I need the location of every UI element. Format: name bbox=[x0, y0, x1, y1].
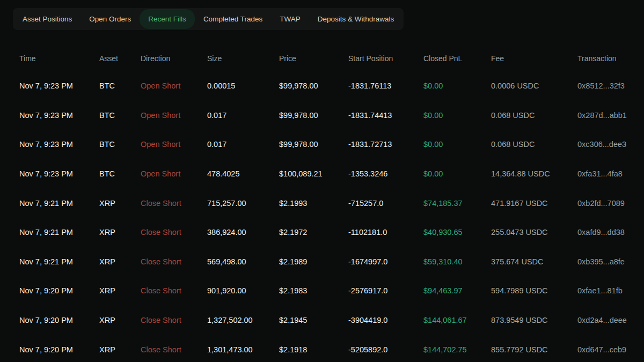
transaction-link[interactable]: 0xb2fd...7089 bbox=[577, 199, 644, 208]
fill-price: $2.1918 bbox=[279, 345, 348, 354]
transaction-link[interactable]: 0xfae1...81fb bbox=[577, 286, 644, 295]
fill-price: $2.1993 bbox=[279, 199, 348, 208]
column-header-price: Price bbox=[279, 54, 348, 63]
fill-time: Nov 7, 9:20 PM bbox=[19, 316, 99, 324]
fill-asset: XRP bbox=[99, 228, 141, 237]
tab-recent-fills[interactable]: Recent Fills bbox=[140, 9, 195, 29]
fill-time: Nov 7, 9:23 PM bbox=[19, 140, 99, 149]
fill-start-position: -1831.72713 bbox=[348, 140, 423, 149]
trade-history-tabbar: Asset Positions Open Orders Recent Fills… bbox=[13, 8, 404, 30]
fill-asset: XRP bbox=[99, 257, 141, 266]
fill-fee: 255.0473 USDC bbox=[491, 228, 577, 237]
fill-fee: 471.9167 USDC bbox=[491, 199, 577, 208]
fill-asset: XRP bbox=[99, 286, 141, 295]
transaction-link[interactable]: 0x8512...32f3 bbox=[577, 82, 644, 90]
fill-asset: BTC bbox=[99, 140, 141, 149]
tab-completed-trades[interactable]: Completed Trades bbox=[195, 9, 271, 29]
column-header-size: Size bbox=[207, 54, 279, 63]
tab-deposits-withdrawals[interactable]: Deposits & Withdrawals bbox=[309, 9, 403, 29]
fill-closed-pnl: $59,310.40 bbox=[423, 257, 491, 266]
tab-open-orders[interactable]: Open Orders bbox=[80, 9, 140, 29]
column-header-direction: Direction bbox=[141, 54, 207, 63]
fill-direction: Close Short bbox=[141, 199, 207, 208]
fill-fee: 873.9549 USDC bbox=[491, 316, 577, 324]
fill-direction: Close Short bbox=[141, 257, 207, 266]
recent-fills-table: Time Asset Direction Size Price Start Po… bbox=[0, 45, 644, 362]
fill-price: $100,089.21 bbox=[279, 169, 348, 178]
table-row: Nov 7, 9:21 PM XRP Close Short 386,924.0… bbox=[0, 218, 644, 247]
fill-size: 901,920.00 bbox=[207, 286, 279, 295]
fill-fee: 14,364.88 USDC bbox=[491, 169, 577, 178]
fill-closed-pnl: $0.00 bbox=[423, 140, 491, 149]
fill-time: Nov 7, 9:23 PM bbox=[19, 169, 99, 178]
fill-size: 0.00015 bbox=[207, 82, 279, 90]
fill-size: 0.017 bbox=[207, 111, 279, 120]
fill-time: Nov 7, 9:20 PM bbox=[19, 345, 99, 354]
column-header-fee: Fee bbox=[491, 54, 577, 63]
fill-start-position: -5205892.0 bbox=[348, 345, 423, 354]
fill-size: 715,257.00 bbox=[207, 199, 279, 208]
table-row: Nov 7, 9:20 PM XRP Close Short 1,301,473… bbox=[0, 335, 644, 362]
column-header-asset: Asset bbox=[99, 54, 141, 63]
transaction-link[interactable]: 0xafd9...dd38 bbox=[577, 228, 644, 237]
fill-start-position: -2576917.0 bbox=[348, 286, 423, 295]
fill-price: $99,978.00 bbox=[279, 140, 348, 149]
fill-direction: Open Short bbox=[141, 111, 207, 120]
fill-fee: 855.7792 USDC bbox=[491, 345, 577, 354]
fill-asset: XRP bbox=[99, 199, 141, 208]
fill-size: 1,327,502.00 bbox=[207, 316, 279, 324]
fill-size: 569,498.00 bbox=[207, 257, 279, 266]
table-row: Nov 7, 9:21 PM XRP Close Short 715,257.0… bbox=[0, 188, 644, 218]
fill-fee: 594.7989 USDC bbox=[491, 286, 577, 295]
table-body: Nov 7, 9:23 PM BTC Open Short 0.00015 $9… bbox=[0, 71, 644, 362]
fill-closed-pnl: $94,463.97 bbox=[423, 286, 491, 295]
transaction-link[interactable]: 0xd647...ceb9 bbox=[577, 345, 644, 354]
transaction-link[interactable]: 0x287d...abb1 bbox=[577, 111, 644, 120]
table-row: Nov 7, 9:23 PM BTC Open Short 478.4025 $… bbox=[0, 159, 644, 189]
column-header-transaction: Transaction bbox=[577, 54, 644, 63]
transaction-link[interactable]: 0xb395...a8fe bbox=[577, 257, 644, 266]
fill-closed-pnl: $0.00 bbox=[423, 111, 491, 120]
tab-asset-positions[interactable]: Asset Positions bbox=[14, 9, 80, 29]
fill-closed-pnl: $144,702.75 bbox=[423, 345, 491, 354]
fill-start-position: -1831.74413 bbox=[348, 111, 423, 120]
fill-closed-pnl: $144,061.67 bbox=[423, 316, 491, 324]
fill-time: Nov 7, 9:23 PM bbox=[19, 111, 99, 120]
fill-price: $2.1972 bbox=[279, 228, 348, 237]
fill-start-position: -1674997.0 bbox=[348, 257, 423, 266]
tab-twap[interactable]: TWAP bbox=[271, 9, 309, 29]
fill-fee: 0.068 USDC bbox=[491, 140, 577, 149]
fill-direction: Close Short bbox=[141, 228, 207, 237]
fill-fee: 0.068 USDC bbox=[491, 111, 577, 120]
fill-start-position: -715257.0 bbox=[348, 199, 423, 208]
table-row: Nov 7, 9:23 PM BTC Open Short 0.017 $99,… bbox=[0, 130, 644, 159]
fill-start-position: -1831.76113 bbox=[348, 82, 423, 90]
transaction-link[interactable]: 0xfa31...4fa8 bbox=[577, 169, 644, 178]
fill-closed-pnl: $0.00 bbox=[423, 82, 491, 90]
fill-time: Nov 7, 9:21 PM bbox=[19, 228, 99, 237]
fill-price: $99,978.00 bbox=[279, 82, 348, 90]
column-header-time: Time bbox=[19, 54, 99, 63]
table-header-row: Time Asset Direction Size Price Start Po… bbox=[0, 45, 644, 71]
fill-direction: Close Short bbox=[141, 286, 207, 295]
fill-direction: Close Short bbox=[141, 316, 207, 324]
fill-start-position: -1353.3246 bbox=[348, 169, 423, 178]
fill-fee: 0.0006 USDC bbox=[491, 82, 577, 90]
fill-size: 0.017 bbox=[207, 140, 279, 149]
fill-fee: 375.674 USDC bbox=[491, 257, 577, 266]
fill-closed-pnl: $74,185.37 bbox=[423, 199, 491, 208]
fill-asset: BTC bbox=[99, 169, 141, 178]
fill-time: Nov 7, 9:20 PM bbox=[19, 286, 99, 295]
column-header-start-position: Start Position bbox=[348, 54, 423, 63]
table-row: Nov 7, 9:20 PM XRP Close Short 901,920.0… bbox=[0, 276, 644, 306]
transaction-link[interactable]: 0xd2a4...deee bbox=[577, 316, 644, 324]
transaction-link[interactable]: 0xc306...dee3 bbox=[577, 140, 644, 149]
fill-direction: Open Short bbox=[141, 169, 207, 178]
fill-direction: Open Short bbox=[141, 140, 207, 149]
fill-price: $99,978.00 bbox=[279, 111, 348, 120]
fill-price: $2.1945 bbox=[279, 316, 348, 324]
fill-size: 478.4025 bbox=[207, 169, 279, 178]
fill-direction: Close Short bbox=[141, 345, 207, 354]
fill-closed-pnl: $40,930.65 bbox=[423, 228, 491, 237]
fill-time: Nov 7, 9:21 PM bbox=[19, 199, 99, 208]
